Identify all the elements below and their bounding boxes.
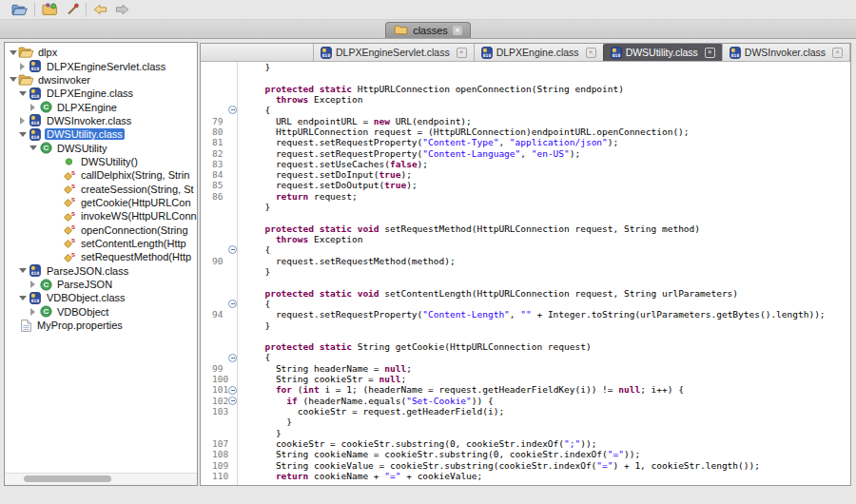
fold-collapse-icon[interactable] [228, 245, 237, 254]
line-number: 82 [212, 148, 228, 159]
tree-item[interactable]: 010DWSInvoker.class [5, 114, 197, 127]
line-number: 110 [212, 471, 228, 481]
close-icon[interactable]: × [453, 26, 462, 35]
back-button[interactable] [93, 4, 107, 15]
editor-tab[interactable]: 010DWSUtility.class× [603, 44, 723, 61]
tree-item-label: callDelphix(String, Strin [79, 169, 191, 181]
fold-collapse-icon[interactable] [228, 354, 237, 362]
tree-item[interactable]: SsetRequestMethod(Http [5, 250, 197, 263]
tree-item[interactable]: CParseJSON [5, 278, 197, 291]
close-icon[interactable]: × [586, 48, 596, 58]
editor-tab-label: DLPXEngine.class [496, 47, 579, 58]
code-text: protected static void setRequestMethod(H… [248, 223, 700, 234]
window-tab-classes[interactable]: classes × [385, 22, 471, 38]
close-icon[interactable]: × [457, 48, 467, 58]
code-text: } [248, 266, 270, 277]
tree-item[interactable]: CVDBObject [5, 305, 197, 319]
expand-down-icon[interactable] [28, 145, 38, 150]
class-file-icon: 010 [481, 47, 493, 59]
search-button[interactable] [66, 3, 79, 16]
gutter [201, 105, 248, 115]
code-line: 94 request.setRequestProperty("Content-L… [201, 309, 850, 320]
gutter [201, 84, 248, 94]
code-text: request.setDoOutput(true); [248, 180, 418, 190]
fold-collapse-icon[interactable] [228, 397, 237, 405]
code-view[interactable]: } protected static HttpURLConnection ope… [201, 62, 850, 485]
expand-down-icon[interactable] [17, 268, 28, 273]
close-icon[interactable]: × [832, 48, 843, 58]
code-text: if (headerName.equals("Set-Cookie")) { [248, 396, 494, 406]
gutter [201, 428, 248, 438]
tree-item[interactable]: MyProp.properties [5, 319, 197, 332]
tree-item[interactable]: CDWSUtility [5, 141, 197, 154]
code-text [248, 72, 254, 83]
code-line: 99 String headerName = null; [201, 363, 850, 374]
expand-down-icon[interactable] [8, 77, 18, 82]
code-text: return cookieName + "=" + cookieValue; [248, 471, 482, 481]
expand-down-icon[interactable] [17, 296, 28, 300]
tree-item-label: createSession(String, St [79, 184, 196, 195]
fold-collapse-icon[interactable] [228, 300, 237, 308]
scrollbar-thumb[interactable] [24, 475, 111, 482]
tree-item-label: DLPXEngineServlet.class [45, 61, 167, 72]
tree-item[interactable]: 010DWSUtility.class [5, 127, 197, 141]
tree-item[interactable]: 010DLPXEngine.class [5, 87, 197, 100]
tree-item[interactable]: SopenConnection(String [5, 223, 197, 236]
code-line: } [201, 266, 850, 277]
expand-right-icon[interactable] [28, 308, 38, 316]
tree-item-label: setRequestMethod(Http [79, 251, 193, 262]
code-text: { [248, 105, 270, 115]
tree-item[interactable]: CDLPXEngine [5, 100, 197, 113]
tree-item[interactable]: SsetContentLength(Http [5, 237, 197, 250]
expand-right-icon[interactable] [28, 281, 38, 288]
tree-item[interactable]: dwsinvoker [5, 73, 197, 87]
code-text: { [248, 299, 270, 309]
editor-tab[interactable]: 010DLPXEngine.class× [474, 44, 604, 61]
code-line: 100 String cookieStr = null; [201, 374, 850, 384]
jd-gui-window: classes × dlpx010DLPXEngineServlet.class… [0, 0, 856, 504]
expand-down-icon[interactable] [17, 91, 28, 96]
code-line: 80 HttpURLConnection request = (HttpURLC… [201, 126, 850, 137]
expand-down-icon[interactable] [8, 50, 18, 55]
window-tab-strip: classes × [0, 20, 856, 39]
folder-icon [18, 74, 34, 86]
tree-item[interactable]: 010ParseJSON.class [5, 264, 197, 278]
tree-item[interactable]: SgetCookie(HttpURLCon [5, 196, 197, 209]
code-text: String cookieName = cookieStr.substring(… [248, 449, 640, 459]
code-text: return request; [248, 191, 358, 202]
expand-down-icon[interactable] [17, 132, 28, 137]
tree-item-label: dlpx [36, 47, 59, 58]
code-text: protected static void setContentLength(H… [248, 288, 738, 299]
gutter [201, 234, 248, 244]
code-text [248, 212, 254, 223]
code-line: 81 request.setRequestProperty("Content-T… [201, 137, 850, 147]
tree-item[interactable]: 010VDBObject.class [5, 291, 197, 304]
expand-right-icon[interactable] [17, 117, 28, 125]
fold-collapse-icon[interactable] [228, 106, 237, 114]
fold-collapse-icon[interactable] [228, 386, 237, 395]
editor-tab-label: DWSInvoker.class [745, 47, 826, 58]
tree-item[interactable]: SinvokeWS(HttpURLConn [5, 209, 197, 223]
code-text: { [248, 244, 270, 255]
editor-tab[interactable]: 010DWSInvoker.class× [722, 44, 850, 61]
svg-text:S: S [71, 224, 75, 230]
editor-tab[interactable]: 010DLPXEngineServlet.class× [313, 44, 475, 61]
expand-right-icon[interactable] [28, 104, 38, 111]
gutter [201, 417, 248, 427]
svg-text:S: S [71, 170, 75, 176]
open-type-button[interactable] [42, 3, 58, 16]
close-icon[interactable]: × [705, 48, 715, 58]
code-line: 102 if (headerName.equals("Set-Cookie"))… [201, 396, 850, 406]
tree-item[interactable]: dlpx [5, 46, 197, 59]
class-file-icon: 010 [28, 292, 43, 304]
forward-button[interactable] [115, 4, 129, 15]
expand-right-icon[interactable] [17, 63, 28, 70]
line-number: 86 [212, 191, 228, 202]
tree-item[interactable]: ScreateSession(String, St [5, 182, 197, 195]
tree-item[interactable]: 010DLPXEngineServlet.class [5, 59, 197, 72]
tree-horizontal-scrollbar[interactable] [5, 473, 197, 485]
open-file-button[interactable] [11, 4, 28, 16]
gutter [201, 244, 248, 255]
tree-item[interactable]: ScallDelphix(String, Strin [5, 168, 197, 182]
tree-item[interactable]: DWSUtility() [5, 155, 197, 168]
